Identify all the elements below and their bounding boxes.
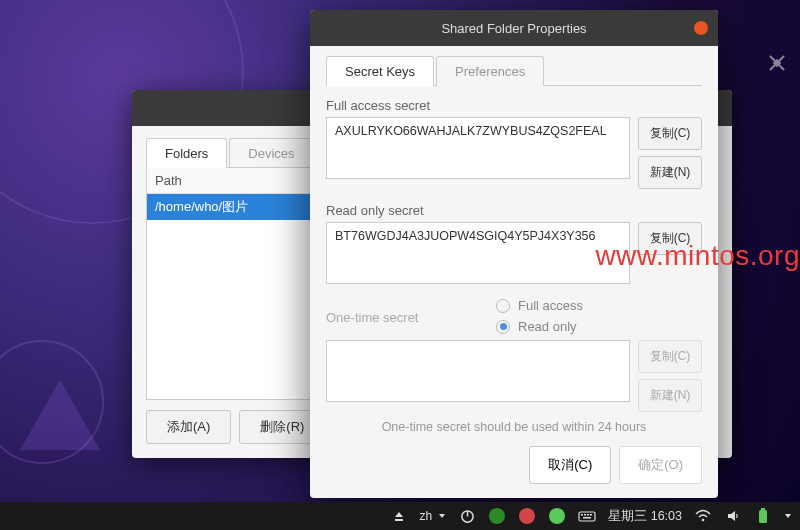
read-only-label: Read only secret [326,203,702,218]
tray-app1-icon[interactable] [488,507,506,525]
svg-rect-7 [583,517,591,519]
read-only-copy-button[interactable]: 复制(C) [638,222,702,255]
radio-full-access[interactable] [496,299,510,313]
wifi-icon[interactable] [694,507,712,525]
ime-dropdown-icon[interactable] [438,512,446,520]
taskbar: zh 星期三 16:03 [0,502,800,530]
svg-rect-3 [581,514,583,516]
one-time-hint: One-time secret should be used within 24… [326,420,702,434]
tray-app2-icon[interactable] [518,507,536,525]
tray-chevron-icon[interactable] [784,512,792,520]
cancel-button[interactable]: 取消(C) [529,446,611,484]
one-time-new-button: 新建(N) [638,379,702,412]
tab-folders[interactable]: Folders [146,138,227,168]
tab-preferences[interactable]: Preferences [436,56,544,86]
full-access-secret-field[interactable]: AXULRYKO66WAHJALK7ZWYBUS4ZQS2FEAL [326,117,630,179]
battery-icon[interactable] [754,507,772,525]
tab-devices[interactable]: Devices [229,138,313,168]
volume-icon[interactable] [724,507,742,525]
tray-app3-icon[interactable] [548,507,566,525]
eject-icon[interactable] [390,507,408,525]
svg-rect-6 [590,514,592,516]
shared-folder-properties-dialog: Shared Folder Properties Secret Keys Pre… [310,10,718,498]
svg-point-8 [702,519,705,522]
full-access-copy-button[interactable]: 复制(C) [638,117,702,150]
svg-rect-9 [759,510,767,523]
full-access-new-button[interactable]: 新建(N) [638,156,702,189]
svg-rect-2 [579,512,595,521]
one-time-copy-button: 复制(C) [638,340,702,373]
ime-indicator[interactable]: zh [420,509,433,523]
keyboard-icon[interactable] [578,507,596,525]
one-time-label: One-time secret [326,310,496,325]
radio-read-only[interactable] [496,320,510,334]
dialog-title: Shared Folder Properties [441,21,586,36]
add-button[interactable]: 添加(A) [146,410,231,444]
svg-rect-10 [761,508,765,510]
svg-rect-4 [584,514,586,516]
radio-full-access-label: Full access [518,298,583,313]
tab-secret-keys[interactable]: Secret Keys [326,56,434,86]
radio-read-only-label: Read only [518,319,577,334]
power-icon[interactable] [458,507,476,525]
close-icon[interactable] [694,21,708,35]
ok-button: 确定(O) [619,446,702,484]
dialog-tabs: Secret Keys Preferences [326,56,702,86]
dialog-titlebar[interactable]: Shared Folder Properties [310,10,718,46]
clock[interactable]: 星期三 16:03 [608,508,682,525]
full-access-label: Full access secret [326,98,702,113]
one-time-secret-field[interactable] [326,340,630,402]
svg-rect-5 [587,514,589,516]
read-only-secret-field[interactable]: BT76WGDJ4A3JUOPW4SGIQ4Y5PJ4X3Y356 [326,222,630,284]
